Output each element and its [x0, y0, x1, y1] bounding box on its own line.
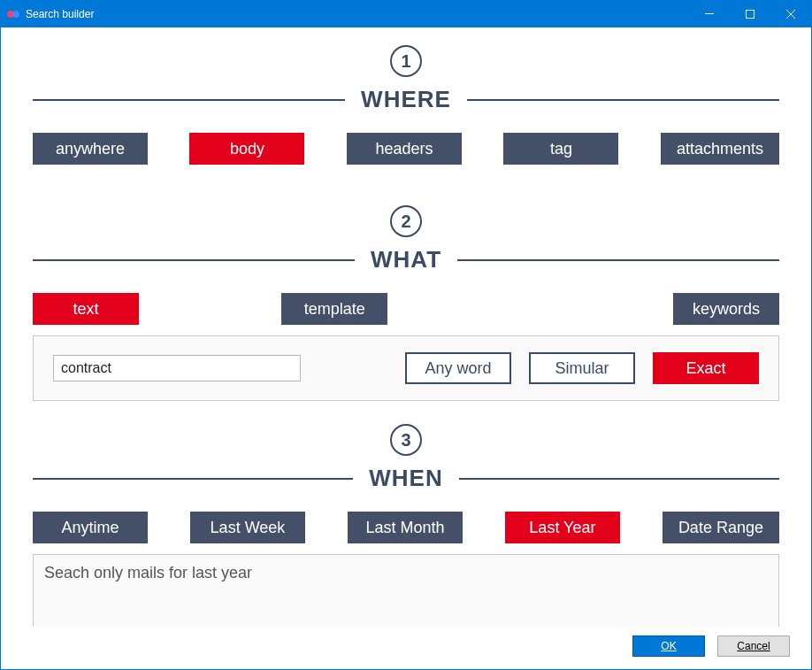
content-area: 1 WHERE anywhere body headers tag attach…	[1, 27, 811, 627]
when-option-last-year[interactable]: Last Year	[505, 512, 620, 543]
where-option-anywhere[interactable]: anywhere	[33, 133, 148, 165]
divider	[467, 99, 779, 101]
close-button[interactable]	[770, 1, 811, 27]
match-option-anyword[interactable]: Any word	[405, 352, 511, 384]
step-number-where: 1	[390, 45, 422, 77]
divider	[33, 478, 353, 480]
match-option-simular[interactable]: Simular	[529, 352, 635, 384]
svg-rect-2	[705, 13, 714, 14]
app-icon	[6, 7, 20, 21]
minimize-button[interactable]	[689, 1, 730, 27]
divider	[33, 259, 355, 261]
ok-button[interactable]: OK	[632, 635, 705, 657]
what-option-template[interactable]: template	[281, 293, 387, 325]
titlebar: Search builder	[1, 1, 811, 27]
step-title-when: WHEN	[353, 465, 458, 492]
match-option-exact[interactable]: Exact	[653, 352, 759, 384]
step-number-when: 3	[390, 424, 422, 456]
what-option-text[interactable]: text	[33, 293, 139, 325]
section-what: 2 WHAT text template keywords Any word S…	[33, 205, 779, 401]
ok-button-label: OK	[661, 640, 676, 652]
divider	[459, 478, 779, 480]
step-number-what: 2	[390, 205, 422, 237]
step-title-what: WHAT	[355, 246, 457, 273]
where-option-headers[interactable]: headers	[347, 133, 462, 165]
dialog-footer: OK Cancel	[1, 627, 811, 669]
where-options-row: anywhere body headers tag attachments	[33, 133, 779, 165]
cancel-button-label: Cancel	[737, 640, 770, 652]
section-where: 1 WHERE anywhere body headers tag attach…	[33, 45, 779, 165]
where-option-tag[interactable]: tag	[503, 133, 618, 165]
when-description-box: Seach only mails for last year	[33, 554, 779, 627]
when-option-last-month[interactable]: Last Month	[348, 512, 463, 543]
svg-rect-3	[747, 11, 755, 19]
when-option-date-range[interactable]: Date Range	[663, 512, 779, 543]
step-title-where: WHERE	[345, 86, 467, 113]
where-option-body[interactable]: body	[189, 133, 304, 165]
what-detail-panel: Any word Simular Exact	[33, 335, 779, 401]
window-title: Search builder	[26, 8, 94, 20]
section-when: 3 WHEN Anytime Last Week Last Month Last…	[33, 424, 779, 627]
svg-point-1	[12, 11, 19, 18]
when-option-anytime[interactable]: Anytime	[33, 512, 148, 543]
when-option-last-week[interactable]: Last Week	[190, 512, 305, 543]
what-option-keywords[interactable]: keywords	[673, 293, 779, 325]
divider	[457, 259, 779, 261]
when-options-row: Anytime Last Week Last Month Last Year D…	[33, 512, 779, 543]
search-text-input[interactable]	[53, 355, 301, 381]
cancel-button[interactable]: Cancel	[717, 635, 790, 657]
what-options-row: text template keywords	[33, 293, 779, 325]
where-option-attachments[interactable]: attachments	[661, 133, 779, 165]
maximize-button[interactable]	[730, 1, 770, 27]
divider	[33, 99, 345, 101]
